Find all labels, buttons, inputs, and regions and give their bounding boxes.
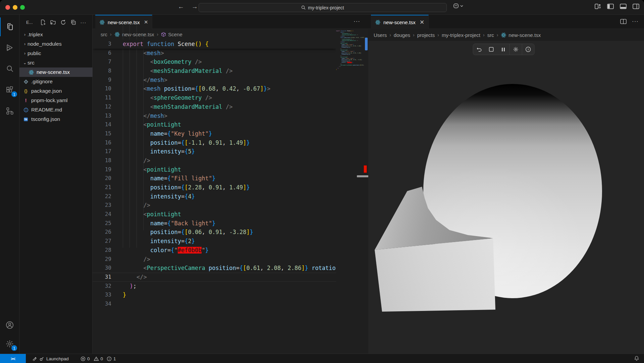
code-line-29[interactable]: 29 />	[93, 255, 336, 264]
code-line-7[interactable]: 7 <boxGeometry />	[93, 57, 336, 66]
code-line-24[interactable]: 24 <pointLight	[93, 210, 336, 219]
search-view-icon[interactable]	[0, 59, 19, 78]
remote-indicator[interactable]: ><	[0, 354, 26, 363]
code-line-20[interactable]: 20 name={"Fill light"}	[93, 174, 336, 183]
project-title: my-triplex-project	[308, 5, 344, 10]
line-number: 17	[93, 147, 111, 156]
code-line-6[interactable]: 6 <mesh>	[93, 49, 336, 58]
panel-tab-new-scene[interactable]: new-scene.tsx ✕	[371, 15, 429, 29]
tab-close-icon[interactable]: ✕	[420, 19, 424, 26]
settings-gear-icon[interactable]: 1	[0, 334, 19, 353]
minimap-slider[interactable]	[365, 38, 368, 50]
code-editor[interactable]: 3export function Scene() { 6 <mesh>7 <bo…	[93, 40, 336, 354]
scene-cube-front-face[interactable]	[375, 238, 495, 312]
toggle-panel-icon[interactable]	[620, 4, 627, 9]
code-line-9[interactable]: 9 </mesh>	[93, 76, 336, 85]
copilot-menu[interactable]	[453, 3, 463, 8]
launchpad-status-item[interactable]: Launchpad	[32, 354, 69, 363]
code-line-22[interactable]: 22 intensity={4}	[93, 192, 336, 201]
tree-item-pnpm-lock-yaml[interactable]: !pnpm-lock.yaml	[19, 96, 93, 105]
editor-tab-new-scene[interactable]: new-scene.tsx ✕	[95, 15, 152, 29]
code-line-32[interactable]: 32 );	[93, 282, 336, 291]
code-line-16[interactable]: 16 position={[-1.1, 0.91, 1.49]}	[93, 138, 336, 147]
code-line-3[interactable]: 3export function Scene() {	[93, 40, 336, 49]
sticky-scroll-line[interactable]: 3export function Scene() {	[93, 40, 336, 49]
minimap[interactable]: export function Scene() { <mesh> <boxGeo…	[336, 30, 364, 165]
scene-viewport[interactable]: ?	[368, 41, 644, 354]
tree-item-package-json[interactable]: {}package.json	[19, 86, 93, 96]
refresh-icon[interactable]	[60, 19, 66, 25]
breadcrumb-projects[interactable]: projects	[417, 32, 435, 38]
tab-close-icon[interactable]: ✕	[144, 19, 148, 25]
breadcrumb-new-scene-tsx[interactable]: new-scene.tsx	[114, 32, 154, 37]
notifications-bell-icon[interactable]	[634, 356, 639, 362]
panel-more-icon[interactable]: ···	[632, 18, 639, 25]
maximize-window-button[interactable]	[20, 5, 25, 10]
code-line-25[interactable]: 25 name={"Back light"}	[93, 219, 336, 228]
warnings-count: 0	[101, 356, 103, 361]
tree-item-tsconfig-json[interactable]: tstsconfig.json	[19, 115, 93, 124]
toggle-secondary-sidebar-icon[interactable]	[633, 4, 639, 9]
problems-status-item[interactable]: 0 0 1	[80, 354, 116, 363]
code-line-15[interactable]: 15 name={"Key light"}	[93, 129, 336, 138]
extensions-view-icon[interactable]: 1	[0, 81, 19, 99]
pause-icon[interactable]	[497, 44, 509, 55]
new-file-icon[interactable]	[40, 19, 46, 25]
close-window-button[interactable]	[5, 5, 10, 10]
nav-back-icon[interactable]: ←	[178, 3, 184, 10]
breadcrumb-new-scene-tsx[interactable]: new-scene.tsx	[501, 32, 541, 38]
toggle-primary-sidebar-icon[interactable]	[607, 4, 614, 9]
account-icon[interactable]	[0, 316, 19, 334]
tree-item-new-scene-tsx[interactable]: new-scene.tsx	[19, 67, 93, 77]
code-line-21[interactable]: 21 position={[2.28, 0.91, 1.49]}	[93, 183, 336, 192]
tree-item-public[interactable]: ›public	[19, 49, 93, 58]
minimize-window-button[interactable]	[13, 5, 17, 10]
tree-item--gitignore[interactable]: .gitignore	[19, 77, 93, 86]
nav-forward-icon[interactable]: →	[192, 3, 198, 10]
explorer-more-icon[interactable]: ···	[80, 19, 87, 25]
tree-item-node-modules[interactable]: ›node_modules	[19, 39, 93, 49]
breadcrumb-my-triplex-project[interactable]: my-triplex-project	[442, 32, 480, 38]
breadcrumb-douges[interactable]: douges	[394, 32, 410, 38]
breadcrumb-src[interactable]: src	[487, 32, 494, 38]
tree-item-src[interactable]: ⌄src	[19, 58, 93, 67]
activity-bar: 1 1	[0, 15, 19, 354]
code-line-31[interactable]: 31 </>	[93, 273, 336, 282]
breadcrumb-src[interactable]: src	[101, 32, 107, 37]
code-line-19[interactable]: 19 <pointLight	[93, 165, 336, 174]
line-number: 3	[93, 40, 111, 49]
collapse-folders-icon[interactable]	[70, 19, 76, 25]
command-center-search[interactable]: my-triplex-project	[199, 3, 447, 12]
breadcrumb-scene[interactable]: Scene	[161, 32, 182, 37]
code-line-11[interactable]: 11 <sphereGeometry />	[93, 93, 336, 102]
code-line-10[interactable]: 10 <mesh position={[0.68, 0.42, -0.67]}>	[93, 84, 336, 93]
split-editor-icon[interactable]	[620, 19, 627, 24]
code-line-27[interactable]: 27 intensity={2}	[93, 237, 336, 246]
explorer-view-icon[interactable]	[0, 17, 19, 36]
frame-select-icon[interactable]	[485, 44, 497, 55]
code-line-17[interactable]: 17 intensity={5}	[93, 147, 336, 156]
code-line-18[interactable]: 18 />	[93, 156, 336, 165]
customize-layout-icon[interactable]	[595, 4, 601, 9]
new-folder-icon[interactable]	[50, 19, 56, 25]
scrollbar-handle[interactable]	[357, 175, 368, 177]
help-icon[interactable]: ?	[522, 44, 534, 55]
code-line-30[interactable]: 30 <PerspectiveCamera position={[0.61, 2…	[93, 264, 336, 273]
code-line-12[interactable]: 12 <meshStandardMaterial />	[93, 102, 336, 111]
code-line-26[interactable]: 26 position={[0.06, 0.91, -3.28]}	[93, 228, 336, 237]
code-line-8[interactable]: 8 <meshStandardMaterial />	[93, 66, 336, 76]
hierarchy-view-icon[interactable]	[0, 101, 19, 120]
code-line-23[interactable]: 23 />	[93, 201, 336, 210]
code-line-13[interactable]: 13 </mesh>	[93, 111, 336, 121]
code-line-28[interactable]: 28 color={"#ef0b0b"}	[93, 246, 336, 255]
code-line-14[interactable]: 14 <pointLight	[93, 120, 336, 129]
editor-actions-more-icon[interactable]: ···	[354, 18, 360, 25]
breadcrumb-users[interactable]: Users	[374, 32, 387, 38]
scene-settings-gear-icon[interactable]	[510, 44, 522, 55]
tree-item--triplex[interactable]: ›.triplex	[19, 30, 93, 39]
code-line-34[interactable]: 34	[93, 300, 336, 309]
run-debug-icon[interactable]	[0, 38, 19, 57]
undo-icon[interactable]	[473, 44, 485, 55]
tree-item-readme-md[interactable]: README.md	[19, 105, 93, 115]
code-line-33[interactable]: 33}	[93, 290, 336, 300]
